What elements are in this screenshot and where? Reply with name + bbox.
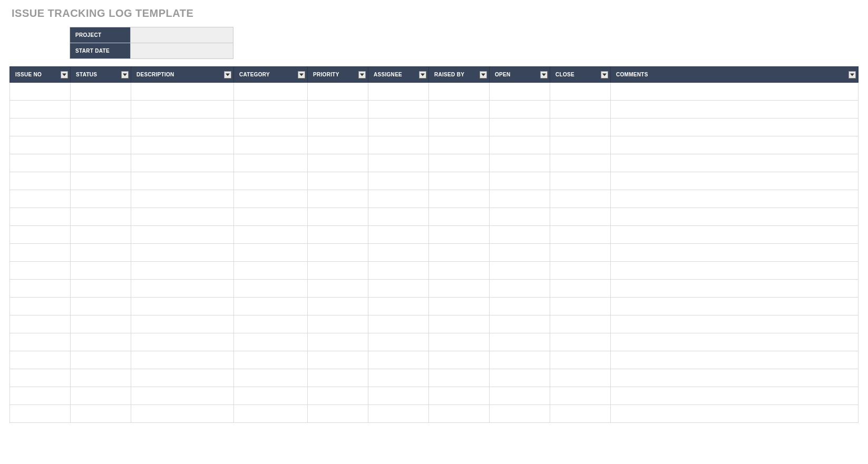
cell-status[interactable]	[71, 333, 131, 351]
cell-assignee[interactable]	[368, 244, 429, 262]
column-header-raised_by[interactable]: RAISED BY	[429, 67, 490, 83]
cell-open[interactable]	[490, 136, 550, 154]
cell-comments[interactable]	[611, 226, 859, 244]
cell-raised_by[interactable]	[429, 369, 490, 387]
cell-priority[interactable]	[308, 83, 368, 101]
cell-status[interactable]	[71, 208, 131, 226]
cell-issue_no[interactable]	[10, 387, 71, 405]
cell-priority[interactable]	[308, 101, 368, 119]
cell-assignee[interactable]	[368, 369, 429, 387]
cell-issue_no[interactable]	[10, 315, 71, 333]
cell-assignee[interactable]	[368, 190, 429, 208]
cell-category[interactable]	[234, 101, 308, 119]
cell-priority[interactable]	[308, 262, 368, 280]
cell-close[interactable]	[550, 83, 611, 101]
cell-assignee[interactable]	[368, 226, 429, 244]
cell-open[interactable]	[490, 226, 550, 244]
cell-status[interactable]	[71, 351, 131, 369]
cell-assignee[interactable]	[368, 119, 429, 136]
cell-comments[interactable]	[611, 190, 859, 208]
cell-raised_by[interactable]	[429, 315, 490, 333]
cell-comments[interactable]	[611, 136, 859, 154]
cell-assignee[interactable]	[368, 83, 429, 101]
cell-close[interactable]	[550, 262, 611, 280]
cell-comments[interactable]	[611, 244, 859, 262]
cell-close[interactable]	[550, 208, 611, 226]
cell-category[interactable]	[234, 333, 308, 351]
column-header-category[interactable]: CATEGORY	[234, 67, 308, 83]
cell-issue_no[interactable]	[10, 333, 71, 351]
cell-description[interactable]	[131, 119, 234, 136]
cell-comments[interactable]	[611, 83, 859, 101]
start-date-value-cell[interactable]	[131, 43, 233, 59]
cell-close[interactable]	[550, 226, 611, 244]
cell-description[interactable]	[131, 244, 234, 262]
column-header-open[interactable]: OPEN	[490, 67, 550, 83]
cell-priority[interactable]	[308, 387, 368, 405]
cell-comments[interactable]	[611, 387, 859, 405]
cell-close[interactable]	[550, 154, 611, 172]
cell-raised_by[interactable]	[429, 119, 490, 136]
cell-open[interactable]	[490, 119, 550, 136]
cell-description[interactable]	[131, 315, 234, 333]
cell-close[interactable]	[550, 101, 611, 119]
cell-category[interactable]	[234, 190, 308, 208]
column-header-status[interactable]: STATUS	[71, 67, 131, 83]
filter-dropdown-icon[interactable]	[358, 71, 366, 78]
cell-category[interactable]	[234, 226, 308, 244]
cell-description[interactable]	[131, 387, 234, 405]
cell-assignee[interactable]	[368, 333, 429, 351]
cell-open[interactable]	[490, 101, 550, 119]
cell-description[interactable]	[131, 262, 234, 280]
filter-dropdown-icon[interactable]	[224, 71, 231, 78]
project-value-cell[interactable]	[131, 27, 233, 43]
cell-close[interactable]	[550, 172, 611, 190]
filter-dropdown-icon[interactable]	[419, 71, 426, 78]
cell-category[interactable]	[234, 315, 308, 333]
cell-priority[interactable]	[308, 351, 368, 369]
cell-comments[interactable]	[611, 333, 859, 351]
cell-issue_no[interactable]	[10, 226, 71, 244]
cell-category[interactable]	[234, 208, 308, 226]
cell-assignee[interactable]	[368, 315, 429, 333]
cell-status[interactable]	[71, 387, 131, 405]
cell-raised_by[interactable]	[429, 190, 490, 208]
cell-description[interactable]	[131, 154, 234, 172]
cell-category[interactable]	[234, 351, 308, 369]
cell-issue_no[interactable]	[10, 83, 71, 101]
cell-priority[interactable]	[308, 190, 368, 208]
cell-comments[interactable]	[611, 351, 859, 369]
cell-raised_by[interactable]	[429, 280, 490, 298]
cell-raised_by[interactable]	[429, 154, 490, 172]
cell-comments[interactable]	[611, 315, 859, 333]
cell-raised_by[interactable]	[429, 101, 490, 119]
cell-category[interactable]	[234, 280, 308, 298]
filter-dropdown-icon[interactable]	[601, 71, 608, 78]
cell-raised_by[interactable]	[429, 244, 490, 262]
cell-description[interactable]	[131, 101, 234, 119]
cell-comments[interactable]	[611, 262, 859, 280]
filter-dropdown-icon[interactable]	[540, 71, 548, 78]
cell-open[interactable]	[490, 351, 550, 369]
cell-comments[interactable]	[611, 405, 859, 423]
cell-close[interactable]	[550, 280, 611, 298]
cell-status[interactable]	[71, 226, 131, 244]
cell-close[interactable]	[550, 119, 611, 136]
cell-category[interactable]	[234, 172, 308, 190]
cell-description[interactable]	[131, 190, 234, 208]
cell-open[interactable]	[490, 262, 550, 280]
cell-description[interactable]	[131, 351, 234, 369]
cell-priority[interactable]	[308, 369, 368, 387]
cell-priority[interactable]	[308, 136, 368, 154]
cell-issue_no[interactable]	[10, 101, 71, 119]
cell-status[interactable]	[71, 136, 131, 154]
cell-raised_by[interactable]	[429, 208, 490, 226]
cell-status[interactable]	[71, 190, 131, 208]
cell-assignee[interactable]	[368, 405, 429, 423]
cell-close[interactable]	[550, 136, 611, 154]
cell-status[interactable]	[71, 172, 131, 190]
cell-comments[interactable]	[611, 119, 859, 136]
cell-issue_no[interactable]	[10, 136, 71, 154]
cell-description[interactable]	[131, 172, 234, 190]
cell-assignee[interactable]	[368, 262, 429, 280]
